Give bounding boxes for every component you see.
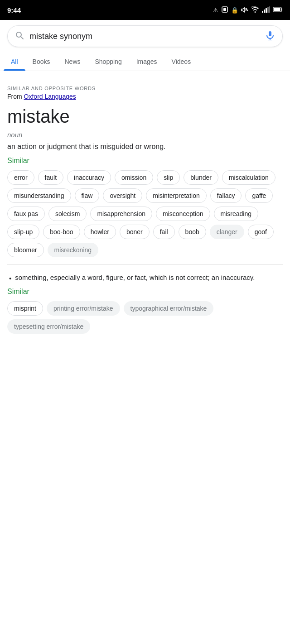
battery-icon [273, 7, 283, 14]
pill-item[interactable]: misapprehension [90, 207, 152, 221]
pill-item[interactable]: oversight [103, 188, 142, 203]
pill-item[interactable]: misreading [214, 207, 258, 221]
pill-item[interactable]: omission [115, 170, 153, 185]
search-icon [15, 31, 24, 42]
alert-icon: ⚠ [213, 7, 218, 14]
status-bar: 9:44 ⚠ 🔒 [0, 0, 290, 20]
signal-icon [262, 6, 270, 14]
mic-icon[interactable] [265, 30, 275, 42]
pill-item[interactable]: typographical error/mistake [124, 301, 214, 316]
pill-item[interactable]: typesetting error/mistake [7, 319, 90, 334]
source-line: From Oxford Languages [7, 93, 283, 100]
pill-item[interactable]: fail [153, 225, 175, 239]
main-content: SIMILAR AND OPPOSITE WORDS From Oxford L… [0, 71, 290, 339]
search-bar[interactable]: mistake synonym [7, 25, 283, 47]
pill-item[interactable]: misreckoning [48, 243, 98, 257]
word-title: mistake [7, 106, 283, 127]
tab-all[interactable]: All [4, 53, 25, 71]
section-label: SIMILAR AND OPPOSITE WORDS [7, 86, 283, 91]
wifi-icon [251, 6, 259, 14]
search-bar-container: mistake synonym [0, 20, 290, 53]
pill-item[interactable]: error [7, 170, 34, 185]
pill-item[interactable]: goof [248, 225, 274, 239]
status-time: 9:44 [7, 6, 21, 14]
tab-news[interactable]: News [57, 53, 87, 71]
similar-pills-1: errorfaultinaccuracyomissionslipblunderm… [7, 170, 283, 257]
tab-shopping[interactable]: Shopping [88, 53, 129, 71]
pill-item[interactable]: boo-boo [43, 225, 80, 239]
tab-videos[interactable]: Videos [164, 53, 198, 71]
pill-item[interactable]: boner [120, 225, 150, 239]
pill-item[interactable]: slip-up [7, 225, 39, 239]
search-query-text: mistake synonym [29, 32, 260, 41]
pill-item[interactable]: inaccuracy [67, 170, 111, 185]
pill-item[interactable]: bloomer [7, 243, 44, 257]
svg-rect-3 [262, 11, 263, 13]
tab-books[interactable]: Books [25, 53, 58, 71]
tabs-container: All Books News Shopping Images Videos [0, 53, 290, 71]
similar-label-2: Similar [7, 288, 283, 296]
svg-rect-1 [223, 8, 226, 11]
bullet-text-1: something, especially a word, figure, or… [15, 272, 255, 284]
mute-icon [241, 6, 248, 14]
pill-item[interactable]: fault [38, 170, 63, 185]
source-link[interactable]: Oxford Languages [24, 93, 76, 100]
pill-item[interactable]: flaw [75, 188, 100, 203]
svg-rect-12 [269, 31, 271, 36]
lock-icon: 🔒 [231, 7, 238, 14]
pill-item[interactable]: miscalculation [222, 170, 276, 185]
pill-item[interactable]: misconception [156, 207, 210, 221]
word-pos: noun [7, 131, 283, 139]
bullet-item-1: • something, especially a word, figure, … [7, 272, 283, 284]
pill-item[interactable]: misprint [7, 301, 43, 316]
bullet-section: • something, especially a word, figure, … [7, 272, 283, 339]
pill-item[interactable]: gaffe [245, 188, 273, 203]
divider [7, 264, 283, 265]
pill-item[interactable]: howler [84, 225, 116, 239]
similar-label-1: Similar [7, 157, 283, 165]
source-prefix: From [7, 93, 22, 100]
dictionary-card: SIMILAR AND OPPOSITE WORDS From Oxford L… [7, 86, 283, 339]
pill-item[interactable]: misunderstanding [7, 188, 71, 203]
tab-images[interactable]: Images [129, 53, 164, 71]
pill-item[interactable]: slip [157, 170, 180, 185]
screen-record-icon [221, 6, 228, 14]
word-definition: an action or judgment that is misguided … [7, 141, 283, 152]
pill-item[interactable]: faux pas [7, 207, 45, 221]
pill-item[interactable]: blunder [184, 170, 218, 185]
pill-item[interactable]: fallacy [210, 188, 242, 203]
svg-rect-5 [266, 8, 267, 13]
svg-rect-7 [269, 6, 270, 13]
bullet-dot: • [9, 273, 11, 284]
svg-line-11 [21, 37, 24, 39]
svg-rect-4 [264, 10, 265, 13]
pill-item[interactable]: solecism [48, 207, 87, 221]
pill-item[interactable]: misinterpretation [146, 188, 207, 203]
status-icons: ⚠ 🔒 [213, 6, 283, 14]
svg-rect-9 [274, 8, 280, 11]
pill-item[interactable]: printing error/mistake [47, 301, 120, 316]
pill-item[interactable]: clanger [210, 225, 244, 239]
svg-rect-6 [267, 7, 269, 13]
similar-pills-2: misprintprinting error/mistaketypographi… [7, 301, 283, 334]
pill-item[interactable]: boob [179, 225, 206, 239]
